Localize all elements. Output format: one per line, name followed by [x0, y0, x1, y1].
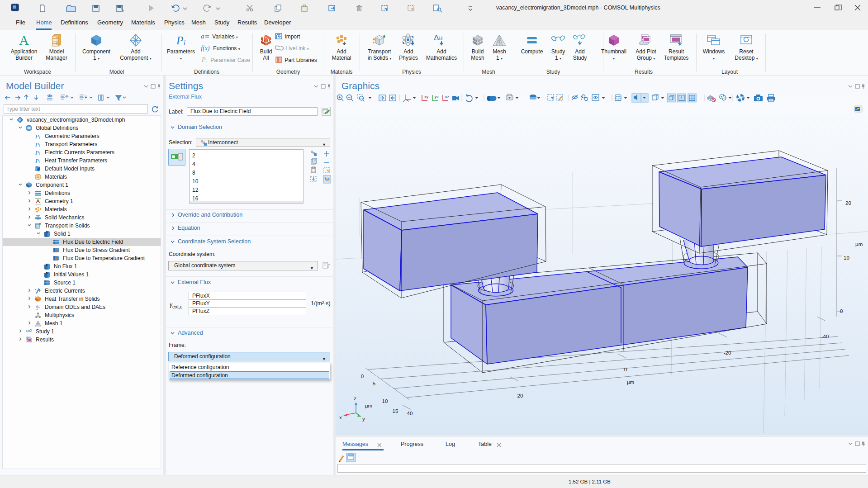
svg-text:µm: µm	[365, 403, 372, 408]
svg-text:0: 0	[840, 308, 843, 314]
svg-text:a: a	[201, 33, 204, 40]
svg-text:µm: µm	[855, 242, 863, 247]
svg-text:5: 5	[373, 381, 375, 386]
svg-text:xy: xy	[424, 95, 429, 99]
svg-text:µm: µm	[627, 379, 634, 385]
svg-text:15: 15	[393, 408, 398, 414]
svg-text:Pi: Pi	[176, 34, 185, 47]
svg-text:A: A	[19, 33, 29, 47]
svg-text:10: 10	[382, 398, 388, 404]
svg-text:20: 20	[517, 393, 523, 398]
svg-text:0: 0	[624, 367, 627, 372]
svg-text:x: x	[339, 415, 342, 420]
svg-text:f(x): f(x)	[201, 45, 210, 52]
svg-text:z: z	[354, 396, 356, 401]
svg-text:0: 0	[361, 374, 364, 379]
svg-text:yz: yz	[435, 95, 439, 99]
svg-text:Δu: Δu	[434, 33, 443, 42]
svg-text:20: 20	[845, 200, 851, 206]
svg-text:10: 10	[844, 255, 849, 261]
svg-text:y: y	[362, 416, 365, 422]
svg-text:40: 40	[407, 411, 413, 416]
svg-text:Pi: Pi	[201, 57, 207, 63]
svg-text:-20: -20	[724, 350, 731, 355]
svg-text:xz: xz	[445, 95, 450, 99]
svg-text:-40: -40	[821, 334, 829, 339]
